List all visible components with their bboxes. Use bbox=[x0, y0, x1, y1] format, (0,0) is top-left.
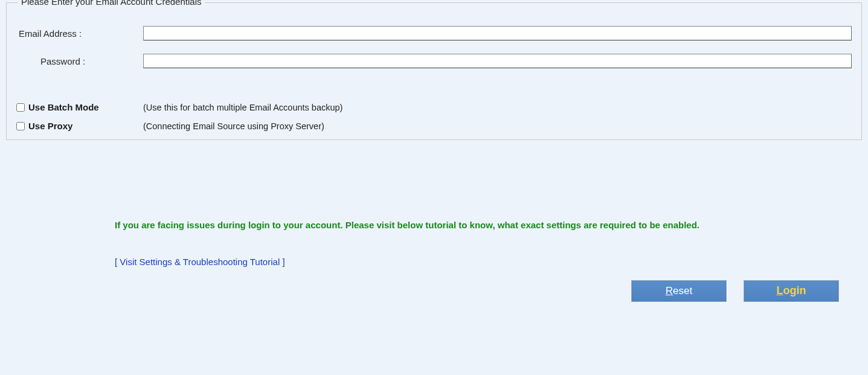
help-section: If you are facing issues during login to… bbox=[115, 219, 749, 267]
login-button-rest: ogin bbox=[783, 284, 806, 296]
batch-mode-label: Use Batch Mode bbox=[28, 102, 99, 112]
batch-mode-description: (Use this for batch multiple Email Accou… bbox=[143, 103, 342, 112]
help-message: If you are facing issues during login to… bbox=[115, 219, 749, 232]
use-proxy-checkbox[interactable] bbox=[16, 122, 25, 130]
email-label: Email Address : bbox=[16, 28, 143, 39]
batch-mode-checkbox[interactable] bbox=[16, 103, 25, 112]
password-row: Password : bbox=[16, 54, 855, 68]
use-proxy-row: Use Proxy (Connecting Email Source using… bbox=[16, 121, 855, 131]
button-row: Reset Login bbox=[0, 280, 868, 302]
email-row: Email Address : bbox=[16, 26, 855, 40]
fieldset-legend: Please Enter your Email Account Credenti… bbox=[18, 0, 205, 7]
password-input[interactable] bbox=[143, 54, 852, 68]
password-label: Password : bbox=[16, 56, 143, 66]
login-button-underline: L bbox=[777, 284, 783, 296]
credentials-fieldset: Please Enter your Email Account Credenti… bbox=[6, 2, 862, 140]
login-button[interactable]: Login bbox=[744, 280, 839, 302]
reset-button-rest: eset bbox=[673, 285, 692, 296]
batch-mode-row: Use Batch Mode (Use this for batch multi… bbox=[16, 102, 855, 112]
tutorial-link[interactable]: [ Visit Settings & Troubleshooting Tutor… bbox=[115, 257, 285, 267]
email-input[interactable] bbox=[143, 26, 852, 40]
use-proxy-label: Use Proxy bbox=[28, 121, 72, 131]
use-proxy-description: (Connecting Email Source using Proxy Ser… bbox=[143, 121, 324, 131]
reset-button-underline: R bbox=[666, 285, 673, 296]
reset-button[interactable]: Reset bbox=[631, 280, 727, 302]
